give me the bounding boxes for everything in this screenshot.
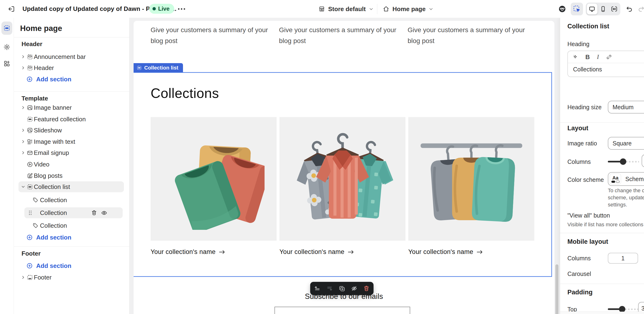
collection-link-1[interactable]: Your collection's name: [150, 248, 225, 256]
undo-icon: [626, 5, 633, 13]
mobile-layout-section-title: Mobile layout: [568, 238, 608, 246]
chevron-right-icon[interactable]: [20, 66, 26, 70]
panel-footer-strip: [560, 312, 644, 314]
columns-value-input[interactable]: [642, 154, 644, 167]
sidebar-item-collection-1[interactable]: Collection: [14, 194, 129, 206]
mobile-preview-button[interactable]: [598, 4, 608, 14]
bold-button[interactable]: B: [585, 54, 590, 61]
redo-button[interactable]: [635, 2, 644, 15]
sidebar-item-video[interactable]: Video: [14, 159, 129, 170]
sidebar-item-header[interactable]: Header: [14, 62, 129, 73]
section-icon: [26, 184, 33, 190]
section-icon: [26, 65, 33, 71]
store-context-selector[interactable]: Store default: [318, 3, 374, 15]
panel-title: Collection list: [568, 23, 609, 30]
color-scheme-label: Color scheme: [568, 176, 604, 183]
chevron-down-icon: [368, 6, 374, 12]
sidebar-item-image-with-text[interactable]: Image with text: [14, 136, 129, 147]
collection-card-3[interactable]: [408, 117, 534, 241]
divider: [14, 91, 129, 92]
chevron-right-icon[interactable]: [20, 54, 26, 59]
image-ratio-select[interactable]: Square: [608, 137, 644, 150]
italic-button[interactable]: I: [597, 54, 599, 60]
color-scheme-select[interactable]: Aa Scheme 1: [608, 172, 644, 186]
chevron-down-icon[interactable]: [20, 184, 26, 189]
settings-panel: Collection list Heading B I Collections …: [560, 18, 644, 314]
sidebar-item-collection-3[interactable]: Collection: [14, 220, 129, 231]
sidebar-item-featured-collection[interactable]: Featured collection: [14, 114, 129, 124]
fullscreen-preview-button[interactable]: [609, 4, 620, 14]
exit-editor-button[interactable]: [6, 4, 17, 14]
sidebar-item-label: Featured collection: [34, 116, 86, 123]
padding-section-title: Padding: [568, 289, 593, 296]
arrow-right-icon: [219, 250, 225, 254]
sidebar-item-email-signup[interactable]: Email signup: [14, 147, 129, 158]
newsletter-email-input[interactable]: [274, 307, 410, 314]
topbar-divider: [377, 4, 377, 14]
collection-card-2[interactable]: [280, 117, 406, 241]
hide-block-button[interactable]: [100, 210, 108, 216]
delete-section-button[interactable]: [363, 285, 370, 292]
desktop-preview-button[interactable]: [587, 4, 598, 14]
delete-block-button[interactable]: [90, 210, 98, 216]
rail-apps-button[interactable]: [2, 57, 12, 70]
hide-section-button[interactable]: [351, 285, 358, 292]
heading-input[interactable]: Collections: [568, 63, 644, 76]
mobile-columns-input[interactable]: 1: [608, 253, 638, 264]
section-label-badge[interactable]: Collection list: [134, 63, 183, 72]
storefront-preview[interactable]: Give your customers a summary of your bl…: [134, 21, 554, 314]
gear-icon: [3, 44, 10, 50]
section-actions-toolbar: [310, 282, 374, 295]
divider: [560, 122, 644, 123]
collection-card-1[interactable]: [150, 117, 276, 241]
sidebar-item-label: Image banner: [34, 104, 72, 111]
sidebar-item-announcement-bar[interactable]: Announcement bar: [14, 51, 129, 62]
link-button[interactable]: [606, 54, 612, 60]
add-section-button-footer[interactable]: Add section: [26, 260, 72, 271]
sidebar-item-blog-posts[interactable]: Blog posts: [14, 170, 129, 181]
add-section-button-template[interactable]: Add section: [26, 232, 72, 243]
live-badge: Live: [149, 4, 174, 14]
rail-sections-button[interactable]: [2, 22, 12, 35]
chevron-right-icon[interactable]: [20, 139, 26, 144]
chevron-right-icon[interactable]: [20, 105, 26, 110]
overflow-menu-button[interactable]: [176, 5, 187, 13]
plus-circle-icon: [26, 76, 33, 82]
apps-icon: [3, 60, 10, 67]
plus-circle-icon: [26, 234, 33, 241]
page-selector[interactable]: Home page: [382, 3, 434, 15]
page-selector-label: Home page: [392, 6, 426, 13]
sidebar-item-image-banner[interactable]: Image banner: [14, 102, 129, 113]
sidebar-item-collection-list[interactable]: Collection list: [18, 181, 124, 192]
chevron-right-icon[interactable]: [20, 275, 26, 280]
preview-incognito-button[interactable]: [556, 2, 568, 15]
sidebar-item-footer[interactable]: Footer: [14, 272, 129, 283]
collections-heading: Collections: [150, 85, 219, 101]
image-icon: [26, 104, 33, 111]
add-section-button-header[interactable]: Add section: [26, 74, 72, 85]
tag-icon: [32, 222, 39, 229]
sidebar-item-collection-2[interactable]: Collection: [24, 207, 123, 218]
hanging-shirts-illustration: [292, 128, 394, 230]
undo-button[interactable]: [623, 2, 636, 15]
chevron-right-icon[interactable]: [20, 150, 26, 155]
move-section-down-button[interactable]: [326, 285, 333, 292]
sections-sidebar: Home page Header Announcement bar Header…: [14, 18, 130, 314]
chevron-right-icon[interactable]: [20, 128, 26, 133]
drag-handle-icon[interactable]: [28, 210, 33, 216]
blog-posts-icon: [26, 172, 33, 179]
duplicate-section-button[interactable]: [338, 285, 345, 292]
move-section-up-button[interactable]: [314, 285, 320, 292]
ai-sparkle-button[interactable]: [572, 54, 578, 60]
heading-size-select[interactable]: Medium: [608, 101, 644, 114]
sidebar-item-slideshow[interactable]: Slideshow: [14, 125, 129, 136]
redo-icon: [638, 5, 644, 13]
group-label-header: Header: [22, 40, 42, 48]
rail-theme-settings-button[interactable]: [2, 40, 12, 54]
collection-link-2[interactable]: Your collection's name: [280, 248, 354, 256]
inspector-mode-button[interactable]: [571, 2, 583, 15]
columns-slider[interactable]: [608, 158, 639, 166]
collection-link-3[interactable]: Your collection's name: [408, 248, 483, 256]
trash-icon: [91, 210, 97, 216]
preview-scrollbar[interactable]: [555, 264, 558, 314]
